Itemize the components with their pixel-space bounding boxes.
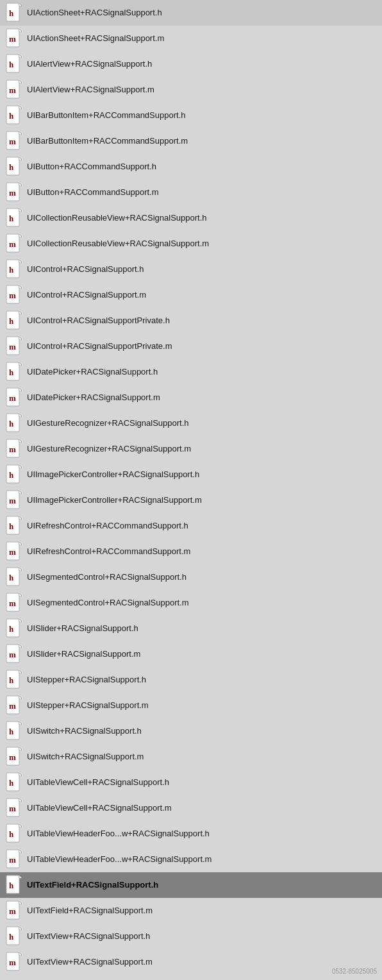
list-item[interactable]: h UIGestureRecognizer+RACSignalSupport.h (0, 410, 382, 436)
list-item[interactable]: h UIAlertView+RACSignalSupport.h (0, 51, 382, 77)
list-item[interactable]: h UIButton+RACCommandSupport.h (0, 154, 382, 180)
list-item[interactable]: h UITableViewCell+RACSignalSupport.h (0, 770, 382, 795)
m-file-icon: m (5, 285, 23, 305)
list-item[interactable]: h UIControl+RACSignalSupport.h (0, 257, 382, 282)
list-item[interactable]: m UIStepper+RACSignalSupport.m (0, 693, 382, 718)
list-item[interactable]: m UITextField+RACSignalSupport.m (0, 898, 382, 924)
list-item[interactable]: h UITableViewHeaderFoo...w+RACSignalSupp… (0, 821, 382, 847)
file-name-label: UIRefreshControl+RACCommandSupport.h (27, 521, 188, 531)
h-file-icon: h (5, 3, 23, 23)
list-item[interactable]: h UISlider+RACSignalSupport.h (0, 616, 382, 641)
list-item[interactable]: m UIActionSheet+RACSignalSupport.m (0, 26, 382, 51)
file-list: h UIActionSheet+RACSignalSupport.h m UIA… (0, 0, 382, 975)
svg-text:m: m (9, 752, 16, 762)
m-file-icon: m (5, 131, 23, 151)
list-item[interactable]: m UIBarButtonItem+RACCommandSupport.m (0, 128, 382, 154)
svg-text:m: m (9, 393, 16, 403)
file-name-label: UITextField+RACSignalSupport.m (27, 906, 153, 916)
m-file-icon: m (5, 798, 23, 818)
m-file-icon: m (5, 182, 23, 203)
list-item[interactable]: h UIStepper+RACSignalSupport.h (0, 667, 382, 693)
list-item[interactable]: m UIControl+RACSignalSupportPrivate.m (0, 334, 382, 359)
svg-text:h: h (9, 778, 14, 788)
m-file-icon: m (5, 849, 23, 870)
h-file-icon: h (5, 464, 23, 485)
list-item[interactable]: m UIControl+RACSignalSupport.m (0, 282, 382, 308)
file-name-label: UIStepper+RACSignalSupport.m (27, 700, 149, 711)
h-file-icon: h (5, 362, 23, 382)
h-file-icon: h (5, 670, 23, 690)
file-name-label: UIControl+RACSignalSupportPrivate.m (27, 341, 172, 351)
list-item[interactable]: h UITextField+RACSignalSupport.h (0, 872, 382, 898)
h-file-icon: h (5, 105, 23, 126)
svg-text:h: h (9, 111, 14, 121)
file-name-label: UICollectionReusableView+RACSignalSuppor… (27, 239, 209, 249)
list-item[interactable]: m UIGestureRecognizer+RACSignalSupport.m (0, 436, 382, 462)
svg-text:m: m (9, 906, 16, 916)
h-file-icon: h (5, 875, 23, 895)
list-item[interactable]: h UISegmentedControl+RACSignalSupport.h (0, 564, 382, 590)
h-file-icon: h (5, 721, 23, 741)
svg-text:h: h (9, 624, 14, 634)
h-file-icon: h (5, 259, 23, 280)
list-item[interactable]: m UIButton+RACCommandSupport.m (0, 180, 382, 205)
m-file-icon: m (5, 387, 23, 408)
list-item[interactable]: h UIControl+RACSignalSupportPrivate.h (0, 308, 382, 334)
h-file-icon: h (5, 156, 23, 177)
list-item[interactable]: m UIDatePicker+RACSignalSupport.m (0, 385, 382, 410)
file-name-label: UISegmentedControl+RACSignalSupport.m (27, 598, 189, 608)
svg-text:m: m (9, 137, 16, 146)
file-name-label: UITextField+RACSignalSupport.h (27, 880, 158, 890)
file-name-label: UIDatePicker+RACSignalSupport.m (27, 393, 160, 403)
svg-text:h: h (9, 932, 14, 942)
list-item[interactable]: h UIActionSheet+RACSignalSupport.h (0, 0, 382, 26)
file-name-label: UITextView+RACSignalSupport.m (27, 957, 153, 967)
list-item[interactable]: h UIBarButtonItem+RACCommandSupport.h (0, 103, 382, 128)
file-name-label: UITableViewCell+RACSignalSupport.m (27, 803, 172, 813)
file-name-label: UIRefreshControl+RACCommandSupport.m (27, 546, 190, 557)
file-name-label: UIDatePicker+RACSignalSupport.h (27, 367, 158, 377)
file-name-label: UIControl+RACSignalSupport.h (27, 264, 144, 275)
list-item[interactable]: m UITableViewHeaderFoo...w+RACSignalSupp… (0, 847, 382, 872)
file-name-label: UISwitch+RACSignalSupport.m (27, 752, 144, 762)
list-item[interactable]: h UIImagePickerController+RACSignalSuppo… (0, 462, 382, 487)
file-name-label: UIButton+RACCommandSupport.h (27, 162, 156, 172)
list-item[interactable]: m UIImagePickerController+RACSignalSuppo… (0, 487, 382, 513)
list-item[interactable]: m UISlider+RACSignalSupport.m (0, 641, 382, 667)
list-item[interactable]: m UICollectionReusableView+RACSignalSupp… (0, 231, 382, 257)
file-name-label: UITableViewCell+RACSignalSupport.h (27, 777, 169, 788)
file-name-label: UIStepper+RACSignalSupport.h (27, 675, 146, 685)
svg-text:h: h (9, 8, 14, 18)
file-name-label: UITableViewHeaderFoo...w+RACSignalSuppor… (27, 829, 210, 839)
list-item[interactable]: h UICollectionReusableView+RACSignalSupp… (0, 205, 382, 231)
svg-text:m: m (9, 804, 16, 813)
m-file-icon: m (5, 593, 23, 613)
m-file-icon: m (5, 747, 23, 767)
list-item[interactable]: m UITextView+RACSignalSupport.m (0, 949, 382, 975)
file-name-label: UIActionSheet+RACSignalSupport.m (27, 33, 164, 44)
m-file-icon: m (5, 644, 23, 664)
svg-text:h: h (9, 727, 14, 736)
file-name-label: UIButton+RACCommandSupport.m (27, 187, 159, 198)
svg-text:m: m (9, 188, 16, 198)
file-name-label: UITextView+RACSignalSupport.h (27, 931, 150, 942)
list-item[interactable]: h UISwitch+RACSignalSupport.h (0, 718, 382, 744)
svg-text:h: h (9, 881, 14, 890)
list-item[interactable]: m UIAlertView+RACSignalSupport.m (0, 77, 382, 103)
m-file-icon: m (5, 439, 23, 459)
svg-text:h: h (9, 573, 14, 582)
h-file-icon: h (5, 208, 23, 228)
svg-text:h: h (9, 521, 14, 531)
list-item[interactable]: h UIRefreshControl+RACCommandSupport.h (0, 513, 382, 539)
list-item[interactable]: m UITableViewCell+RACSignalSupport.m (0, 795, 382, 821)
h-file-icon: h (5, 310, 23, 331)
list-item[interactable]: m UIRefreshControl+RACCommandSupport.m (0, 539, 382, 564)
file-name-label: UIAlertView+RACSignalSupport.h (27, 59, 152, 69)
list-item[interactable]: m UISwitch+RACSignalSupport.m (0, 744, 382, 770)
list-item[interactable]: h UIDatePicker+RACSignalSupport.h (0, 359, 382, 385)
svg-text:m: m (9, 342, 16, 351)
svg-text:m: m (9, 958, 16, 967)
list-item[interactable]: h UITextView+RACSignalSupport.h (0, 924, 382, 949)
list-item[interactable]: m UISegmentedControl+RACSignalSupport.m (0, 590, 382, 616)
m-file-icon: m (5, 336, 23, 357)
